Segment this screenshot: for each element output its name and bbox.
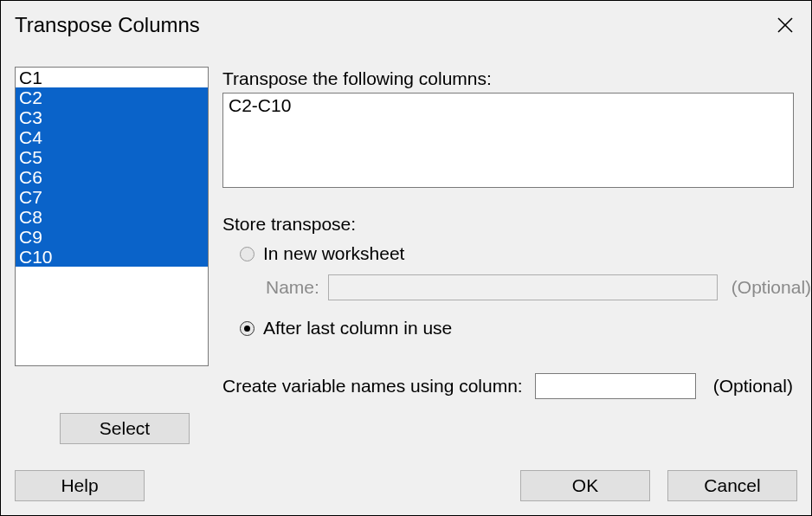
transpose-columns-dialog: Transpose Columns C1C2C3C4C5C6C7C8C9C10 …	[0, 0, 812, 516]
column-list-item[interactable]: C4	[16, 127, 208, 147]
radio-icon	[240, 321, 255, 336]
radio-label-after-last: After last column in use	[263, 318, 452, 339]
column-list-item[interactable]: C8	[16, 207, 208, 227]
optional-text: (Optional)	[731, 277, 811, 298]
columns-listbox[interactable]: C1C2C3C4C5C6C7C8C9C10	[15, 67, 209, 366]
help-button[interactable]: Help	[15, 470, 145, 501]
create-variable-row: Create variable names using column: (Opt…	[222, 373, 793, 399]
create-variable-label: Create variable names using column:	[222, 376, 523, 397]
column-list-item[interactable]: C2	[16, 87, 208, 107]
column-list-item[interactable]: C9	[16, 227, 208, 247]
column-list-item[interactable]: C5	[16, 147, 208, 167]
close-button[interactable]	[768, 8, 802, 42]
close-icon	[777, 16, 794, 34]
dialog-body: C1C2C3C4C5C6C7C8C9C10 Select Help OK Can…	[15, 67, 797, 501]
column-list-item[interactable]: C10	[16, 247, 208, 267]
transpose-columns-input[interactable]	[222, 93, 794, 188]
select-button[interactable]: Select	[60, 413, 190, 444]
column-list-item[interactable]: C3	[16, 107, 208, 127]
store-transpose-label: Store transpose:	[222, 214, 356, 235]
column-list-item[interactable]: C1	[16, 68, 208, 87]
column-list-item[interactable]: C7	[16, 187, 208, 207]
worksheet-name-label: Name:	[266, 277, 319, 298]
titlebar: Transpose Columns	[1, 1, 811, 49]
transpose-columns-label: Transpose the following columns:	[222, 68, 492, 89]
dialog-title: Transpose Columns	[15, 13, 200, 37]
radio-after-last-column[interactable]: After last column in use	[240, 318, 452, 339]
radio-label-new-worksheet: In new worksheet	[263, 243, 404, 264]
radio-in-new-worksheet[interactable]: In new worksheet	[240, 243, 404, 264]
worksheet-name-row: Name: (Optional)	[266, 274, 811, 300]
create-variable-input[interactable]	[535, 373, 696, 399]
optional-text: (Optional)	[713, 376, 793, 397]
worksheet-name-input	[328, 274, 718, 300]
radio-dot-icon	[244, 326, 250, 332]
right-pane: Transpose the following columns: Store t…	[222, 67, 797, 501]
radio-icon	[240, 247, 255, 261]
column-list-item[interactable]: C6	[16, 167, 208, 187]
